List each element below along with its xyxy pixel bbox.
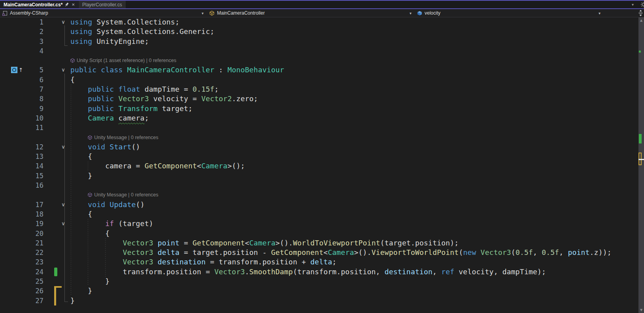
glyph-margin[interactable] xyxy=(0,113,22,123)
code-line[interactable]: 11 xyxy=(0,123,638,132)
glyph-margin[interactable] xyxy=(0,200,22,209)
code-text[interactable] xyxy=(68,181,638,190)
code-line[interactable]: 24 transform.position = Vector3.SmoothDa… xyxy=(0,267,638,277)
code-line[interactable]: 9 public Transform target; xyxy=(0,104,638,113)
glyph-margin[interactable] xyxy=(0,75,22,85)
codelens-label[interactable]: Unity Message | 0 references xyxy=(94,133,158,142)
code-line[interactable]: 25 } xyxy=(0,277,638,286)
glyph-margin[interactable] xyxy=(0,37,22,46)
code-text[interactable]: public Transform target; xyxy=(68,104,638,113)
code-text[interactable]: void Update() xyxy=(68,200,638,209)
code-text[interactable]: } xyxy=(68,171,638,181)
code-text[interactable] xyxy=(68,46,638,56)
tab-playercontroller[interactable]: PlayerController.cs xyxy=(79,1,126,8)
code-editor[interactable]: 1∨using System.Collections;2using System… xyxy=(0,17,638,313)
glyph-margin[interactable] xyxy=(0,229,22,238)
codelens-text[interactable]: Unity Script (1 asset reference) | 0 ref… xyxy=(68,56,638,65)
project-dropdown[interactable]: Assembly-CSharp ▾ xyxy=(0,9,207,17)
code-line[interactable]: 10 Camera camera; xyxy=(0,113,638,123)
glyph-margin[interactable] xyxy=(0,27,22,36)
glyph-margin[interactable] xyxy=(0,123,22,132)
code-line[interactable]: 14 camera = GetComponent<Camera>(); xyxy=(0,161,638,171)
fold-collapse-icon[interactable]: ∨ xyxy=(59,17,68,27)
code-text[interactable]: camera = GetComponent<Camera>(); xyxy=(68,161,638,171)
code-line[interactable]: 15 } xyxy=(0,171,638,181)
glyph-margin[interactable] xyxy=(0,171,22,181)
code-text[interactable]: } xyxy=(68,286,638,296)
code-line[interactable]: 7 public float dampTime = 0.15f; xyxy=(0,85,638,94)
tab-maincameracontroller[interactable]: MainCameraController.cs* × xyxy=(0,1,78,8)
code-text[interactable]: } xyxy=(68,296,638,305)
codelens-label[interactable]: Unity Script (1 asset reference) | 0 ref… xyxy=(77,56,176,65)
glyph-margin[interactable]: ↑ xyxy=(0,65,22,75)
code-text[interactable] xyxy=(68,123,638,132)
codelens-text[interactable]: Unity Message | 0 references xyxy=(68,190,638,200)
code-text[interactable]: Vector3 point = GetComponent<Camera>().W… xyxy=(68,238,638,248)
code-text[interactable]: { xyxy=(68,75,638,85)
code-text[interactable]: void Start() xyxy=(68,142,638,152)
glyph-margin[interactable] xyxy=(0,267,22,277)
code-line[interactable]: 27} xyxy=(0,296,638,305)
code-line[interactable]: 17∨ void Update() xyxy=(0,200,638,209)
glyph-margin[interactable] xyxy=(0,152,22,161)
code-text[interactable]: Vector3 destination = transform.position… xyxy=(68,257,638,267)
codelens-label[interactable]: Unity Message | 0 references xyxy=(94,190,158,200)
code-text[interactable]: using System.Collections; xyxy=(68,17,638,27)
fold-collapse-icon[interactable]: ∨ xyxy=(59,65,68,75)
code-line[interactable]: 1∨using System.Collections; xyxy=(0,17,638,27)
code-line[interactable]: 4 xyxy=(0,46,638,56)
code-line[interactable]: 13 { xyxy=(0,152,638,161)
code-text[interactable]: public class MainCameraController : Mono… xyxy=(68,65,638,75)
unity-override-glyph[interactable]: ↑ xyxy=(11,67,23,73)
glyph-margin[interactable] xyxy=(0,17,22,27)
glyph-margin[interactable] xyxy=(0,286,22,296)
glyph-margin[interactable] xyxy=(0,46,22,56)
glyph-margin[interactable] xyxy=(0,142,22,152)
fold-collapse-icon[interactable]: ∨ xyxy=(59,200,68,209)
code-line[interactable]: ↑5∨public class MainCameraController : M… xyxy=(0,65,638,75)
glyph-margin[interactable] xyxy=(0,104,22,113)
glyph-margin[interactable] xyxy=(0,94,22,104)
glyph-margin[interactable] xyxy=(0,190,22,200)
code-text[interactable]: { xyxy=(68,152,638,161)
pin-icon[interactable] xyxy=(65,2,69,7)
code-line[interactable]: 6{ xyxy=(0,75,638,85)
glyph-margin[interactable] xyxy=(0,209,22,219)
glyph-margin[interactable] xyxy=(0,133,22,142)
scroll-down-icon[interactable]: ▼ xyxy=(638,308,644,312)
tab-list-dropdown-icon[interactable]: ▾ xyxy=(632,2,634,7)
code-text[interactable]: using UnityEngine; xyxy=(68,37,638,46)
glyph-margin[interactable] xyxy=(0,161,22,171)
type-dropdown[interactable]: MainCameraController ▾ xyxy=(207,9,415,17)
codelens-row[interactable]: Unity Message | 0 references xyxy=(0,133,638,142)
member-dropdown[interactable]: velocity ▾ xyxy=(415,9,604,17)
close-icon[interactable]: × xyxy=(72,2,75,7)
glyph-margin[interactable] xyxy=(0,219,22,228)
code-line[interactable]: 20 { xyxy=(0,229,638,238)
code-line[interactable]: 19∨ if (target) xyxy=(0,219,638,228)
glyph-margin[interactable] xyxy=(0,56,22,65)
glyph-margin[interactable] xyxy=(0,248,22,257)
code-text[interactable]: { xyxy=(68,209,638,219)
code-text[interactable]: public Vector3 velocity = Vector2.zero; xyxy=(68,94,638,104)
glyph-margin[interactable] xyxy=(0,257,22,267)
glyph-margin[interactable] xyxy=(0,277,22,286)
code-text[interactable]: Vector3 delta = target.position - GetCom… xyxy=(68,248,638,257)
fold-collapse-icon[interactable]: ∨ xyxy=(59,219,68,228)
code-line[interactable]: 21 Vector3 point = GetComponent<Camera>(… xyxy=(0,238,638,248)
code-text[interactable]: transform.position = Vector3.SmoothDamp(… xyxy=(68,267,638,277)
scroll-up-icon[interactable]: ▲ xyxy=(638,19,644,22)
codelens-row[interactable]: Unity Message | 0 references xyxy=(0,190,638,200)
glyph-margin[interactable] xyxy=(0,296,22,305)
code-line[interactable]: 18 { xyxy=(0,209,638,219)
code-text[interactable]: public float dampTime = 0.15f; xyxy=(68,85,638,94)
vertical-scrollbar[interactable]: ▲ ▼ xyxy=(638,17,644,313)
fold-collapse-icon[interactable]: ∨ xyxy=(59,142,68,152)
glyph-margin[interactable] xyxy=(0,181,22,190)
code-line[interactable]: 23 Vector3 destination = transform.posit… xyxy=(0,257,638,267)
code-text[interactable]: { xyxy=(68,229,638,238)
code-text[interactable]: if (target) xyxy=(68,219,638,228)
glyph-margin[interactable] xyxy=(0,85,22,94)
code-text[interactable]: using System.Collections.Generic; xyxy=(68,27,638,36)
gear-icon[interactable] xyxy=(640,2,644,8)
